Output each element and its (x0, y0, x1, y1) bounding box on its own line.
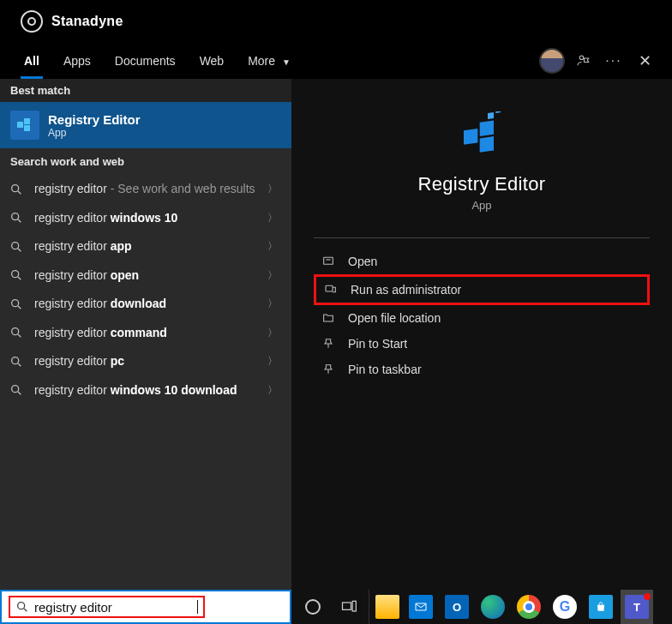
search-icon (9, 211, 24, 225)
svg-rect-12 (464, 129, 477, 145)
web-result-text: registry editor open (34, 268, 257, 284)
chevron-right-icon: 〉 (267, 268, 283, 283)
taskbar-edge[interactable] (477, 590, 509, 624)
svg-rect-1 (17, 122, 23, 128)
open-icon (321, 255, 336, 268)
svg-point-5 (12, 213, 19, 220)
search-tabs-row: All Apps Documents Web More ▼ ··· ✕ (0, 43, 672, 79)
taskbar-mail[interactable] (405, 590, 437, 624)
tab-more[interactable]: More ▼ (236, 43, 303, 79)
action-open-file-location[interactable]: Open file location (314, 305, 650, 331)
web-result-text: registry editor - See work and web resul… (34, 182, 257, 197)
taskbar-outlook[interactable]: O (441, 590, 473, 624)
action-pin-to-taskbar[interactable]: Pin to taskbar (314, 357, 650, 382)
taskbar-task-view[interactable] (333, 590, 365, 624)
svg-rect-21 (352, 601, 356, 611)
action-open-location-label: Open file location (348, 311, 441, 325)
svg-point-4 (12, 184, 19, 191)
web-result-item[interactable]: registry editor pc〉 (0, 347, 291, 376)
action-run-admin-label: Run as administrator (351, 283, 461, 297)
tab-all[interactable]: All (12, 43, 51, 79)
svg-point-6 (12, 242, 19, 249)
web-result-item[interactable]: registry editor windows 10〉 (0, 204, 291, 233)
chevron-right-icon: 〉 (267, 297, 283, 311)
tab-web[interactable]: Web (188, 43, 237, 79)
divider (314, 237, 650, 238)
shield-icon (323, 283, 339, 297)
tab-apps[interactable]: Apps (51, 43, 103, 79)
search-icon (9, 297, 24, 311)
action-pin-start-label: Pin to Start (348, 337, 407, 351)
svg-point-19 (18, 603, 25, 609)
web-result-text: registry editor download (34, 297, 257, 312)
search-icon (9, 355, 24, 369)
svg-point-8 (12, 299, 19, 306)
web-result-item[interactable]: registry editor command〉 (0, 319, 291, 348)
svg-rect-15 (488, 112, 494, 119)
action-open[interactable]: Open (314, 249, 650, 274)
taskbar-google[interactable]: G (549, 590, 581, 624)
chevron-right-icon: 〉 (267, 383, 283, 398)
brand-logo-icon (21, 10, 43, 33)
title-bar: Stanadyne (0, 0, 672, 43)
search-icon (9, 183, 24, 196)
search-input[interactable] (34, 600, 197, 615)
action-pin-to-start[interactable]: Pin to Start (314, 331, 650, 357)
registry-editor-hero-icon (456, 110, 507, 161)
taskbar-store[interactable] (585, 590, 617, 624)
preview-title: Registry Editor (418, 173, 546, 195)
web-result-text: registry editor app (34, 239, 257, 255)
web-result-item[interactable]: registry editor open〉 (0, 261, 291, 291)
bottom-row: O G T (0, 590, 672, 624)
taskbar-teams[interactable]: T (621, 590, 653, 624)
best-match-subtitle: App (48, 127, 141, 139)
chevron-down-icon: ▼ (282, 57, 291, 67)
taskbar-file-explorer[interactable] (369, 590, 401, 624)
svg-point-0 (579, 56, 584, 60)
svg-rect-3 (24, 125, 30, 131)
search-box[interactable] (0, 590, 291, 624)
search-icon (15, 600, 29, 614)
svg-point-9 (12, 328, 19, 335)
action-pin-taskbar-label: Pin to taskbar (348, 363, 422, 376)
tab-documents[interactable]: Documents (103, 43, 188, 79)
chevron-right-icon: 〉 (267, 239, 283, 254)
search-panel: All Apps Documents Web More ▼ ··· ✕ Best… (0, 43, 672, 590)
pin-icon (321, 363, 336, 376)
svg-point-7 (12, 271, 19, 278)
search-icon (9, 383, 24, 397)
svg-rect-13 (480, 120, 494, 136)
search-icon (9, 326, 24, 339)
svg-rect-20 (343, 603, 351, 609)
action-open-label: Open (348, 255, 377, 268)
best-match-item[interactable]: Registry Editor App (0, 102, 291, 148)
feedback-icon[interactable] (567, 45, 598, 76)
tab-more-label: More (248, 54, 275, 68)
svg-rect-18 (326, 285, 333, 291)
web-result-text: registry editor pc (34, 354, 257, 369)
folder-icon (321, 311, 336, 325)
windows-search-panel: Stanadyne All Apps Documents Web More ▼ … (0, 0, 672, 624)
preview-subtitle: App (471, 199, 491, 212)
search-icon (9, 240, 24, 254)
taskbar-chrome[interactable] (513, 590, 545, 624)
account-avatar[interactable] (537, 45, 567, 76)
more-options-icon[interactable]: ··· (598, 45, 629, 76)
action-run-as-administrator[interactable]: Run as administrator (314, 274, 650, 305)
web-result-item[interactable]: registry editor app〉 (0, 232, 291, 261)
web-result-text: registry editor command (34, 326, 257, 341)
web-result-item[interactable]: registry editor download〉 (0, 290, 291, 319)
web-results-list: registry editor - See work and web resul… (0, 175, 291, 405)
taskbar-cortana[interactable] (297, 590, 329, 624)
chevron-right-icon: 〉 (267, 182, 283, 196)
preview-hero: Registry Editor App (314, 94, 650, 231)
web-result-item[interactable]: registry editor - See work and web resul… (0, 175, 291, 204)
close-button[interactable]: ✕ (629, 45, 660, 76)
web-result-item[interactable]: registry editor windows 10 download〉 (0, 376, 291, 405)
search-body: Best match Registry Editor App Search wo… (0, 79, 672, 590)
svg-point-11 (12, 386, 19, 393)
svg-rect-14 (480, 136, 494, 153)
registry-editor-icon (10, 111, 39, 140)
svg-rect-17 (324, 257, 333, 264)
svg-point-10 (12, 357, 19, 363)
